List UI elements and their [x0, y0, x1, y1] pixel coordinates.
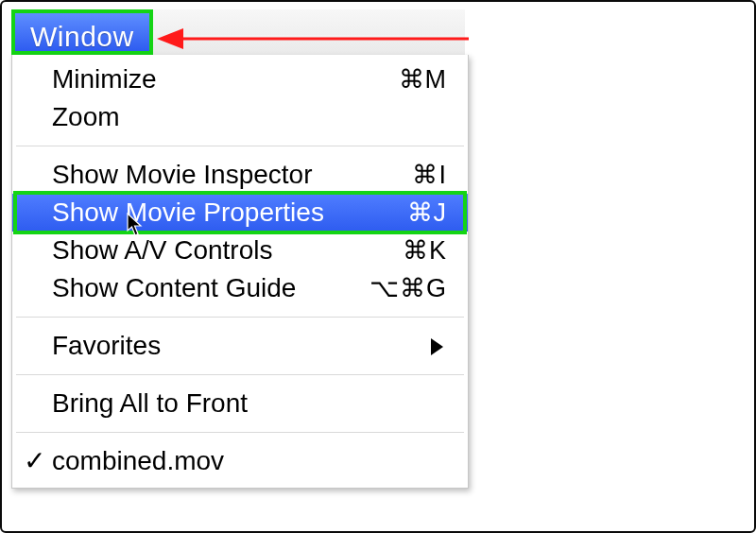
menu-item-label: combined.mov — [52, 446, 224, 475]
menu-item-shortcut: ⌘J — [407, 194, 448, 232]
menu-item-label: Minimize — [52, 64, 156, 94]
menu-item-label: Show Movie Properties — [52, 198, 324, 227]
menu-item-show-properties[interactable]: Show Movie Properties ⌘J — [12, 194, 468, 232]
menu-item-minimize[interactable]: Minimize ⌘M — [12, 60, 468, 98]
window-menu-dropdown: Minimize ⌘M Zoom Show Movie Inspector ⌘I… — [11, 55, 469, 489]
menu-title-label: Window — [30, 21, 134, 53]
menu-item-label: Bring All to Front — [52, 388, 248, 418]
menu-item-shortcut: ⌘M — [399, 60, 448, 98]
menu-item-show-av-controls[interactable]: Show A/V Controls ⌘K — [12, 232, 468, 269]
menu-item-shortcut: ⌥⌘G — [369, 269, 447, 307]
menu-separator — [16, 432, 464, 433]
menu-item-window-combined-mov[interactable]: ✓ combined.mov — [12, 442, 468, 480]
menu-separator — [16, 317, 464, 318]
menu-item-label: Show Movie Inspector — [52, 160, 312, 189]
menu-item-favorites[interactable]: Favorites — [12, 327, 468, 365]
menu-item-label: Show Content Guide — [52, 273, 296, 302]
menu-item-zoom[interactable]: Zoom — [12, 98, 468, 136]
menu-item-shortcut: ⌘I — [412, 156, 447, 194]
submenu-arrow-icon — [431, 338, 443, 355]
menu-item-show-inspector[interactable]: Show Movie Inspector ⌘I — [12, 156, 468, 194]
menu-title-window[interactable]: Window — [11, 9, 153, 55]
menu-separator — [16, 146, 464, 146]
menu-item-label: Show A/V Controls — [52, 235, 272, 265]
menu-item-shortcut: ⌘K — [403, 232, 447, 269]
menu-item-label: Favorites — [52, 331, 161, 360]
menu-item-label: Zoom — [52, 102, 120, 131]
menu-item-bring-all-to-front[interactable]: Bring All to Front — [12, 385, 468, 422]
checkmark-icon: ✓ — [24, 442, 45, 480]
menu-item-show-content-guide[interactable]: Show Content Guide ⌥⌘G — [12, 269, 468, 307]
menu-separator — [16, 374, 464, 375]
